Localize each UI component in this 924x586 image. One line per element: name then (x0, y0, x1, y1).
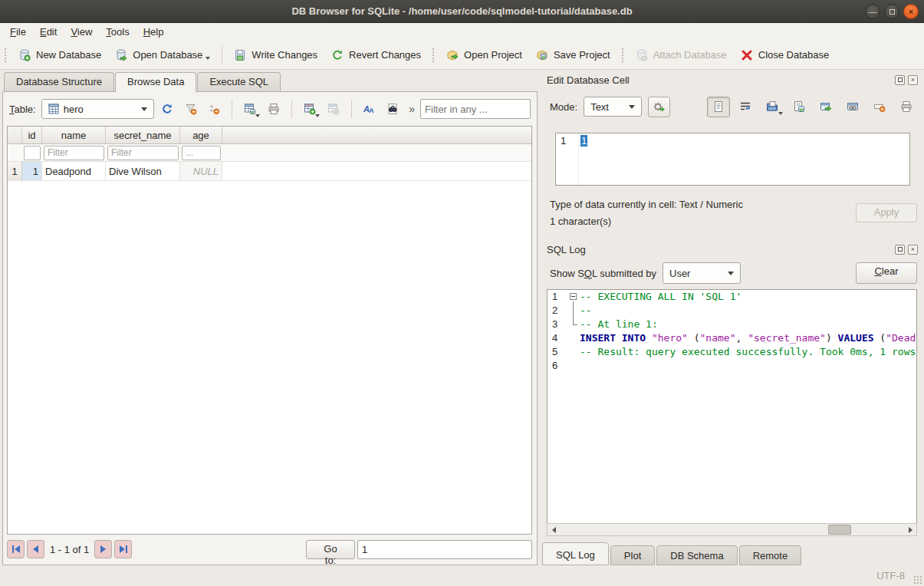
grid-corner[interactable] (8, 127, 22, 143)
open-database-button[interactable]: Open Database (108, 44, 217, 66)
close-database-icon (741, 49, 753, 61)
close-dock-icon[interactable]: × (908, 245, 918, 255)
print-table-button[interactable] (263, 99, 284, 120)
clear-filters-button[interactable] (180, 99, 202, 120)
column-header-secret-name[interactable]: secret_name (106, 127, 180, 143)
delete-record-icon (327, 103, 340, 115)
open-external-button[interactable] (814, 97, 837, 117)
clear-sorting-button[interactable] (203, 99, 225, 120)
new-database-icon (18, 49, 31, 61)
float-dock-icon[interactable] (895, 245, 905, 255)
close-database-button[interactable]: Close Database (734, 44, 837, 66)
save-table-dropdown-caret[interactable] (255, 114, 260, 117)
tab-database-structure[interactable]: Database Structure (4, 72, 114, 91)
toolbar-overflow-chevron[interactable]: » (409, 103, 415, 115)
toolbar-drag-handle[interactable] (4, 48, 8, 63)
clear-log-button[interactable]: Clear (856, 262, 917, 284)
table-select[interactable]: hero (41, 99, 154, 119)
filter-input-secret-name[interactable] (107, 146, 179, 160)
goto-button[interactable]: Go to: (306, 540, 355, 559)
word-wrap-button[interactable] (734, 97, 757, 117)
column-header-name[interactable]: name (42, 127, 106, 143)
import-text-button[interactable] (761, 97, 784, 117)
cell-secret-name[interactable]: Dive Wilson (106, 162, 180, 180)
filter-input-age[interactable] (182, 146, 221, 160)
filter-any-column-input[interactable] (420, 99, 531, 119)
close-button[interactable]: × (903, 4, 919, 19)
tab-execute-sql[interactable]: Execute SQL (197, 72, 281, 91)
column-header-id[interactable]: id (22, 127, 42, 143)
save-project-button[interactable]: Save Project (529, 44, 617, 66)
sql-log-horizontal-scrollbar[interactable] (547, 523, 917, 536)
link-button[interactable] (841, 97, 864, 117)
insert-record-dropdown-caret[interactable] (315, 114, 320, 117)
dock-tab-plot[interactable]: Plot (610, 545, 655, 565)
refresh-button[interactable] (156, 99, 178, 120)
row-number[interactable]: 1 (8, 162, 22, 180)
controls-separator (232, 100, 232, 118)
filter-input-name[interactable] (44, 146, 104, 160)
menu-file[interactable]: File (3, 24, 33, 40)
cell-age[interactable]: NULL (180, 162, 222, 180)
edit-cell-dock-titlebar: Edit Database Cell × (547, 72, 918, 87)
mode-label: Mode: (550, 101, 577, 113)
set-null-button[interactable] (868, 97, 891, 117)
table-row: 1 1 Deadpond Dive Wilson NULL (8, 162, 531, 181)
scroll-left-arrow[interactable] (547, 524, 560, 535)
filter-input-id[interactable] (24, 146, 41, 160)
dock-tab-db-schema[interactable]: DB Schema (656, 545, 737, 565)
menu-help[interactable]: Help (136, 24, 171, 40)
scrollbar-thumb[interactable] (828, 525, 851, 535)
delete-record-button (323, 99, 344, 120)
show-sql-label: Show SQL submitted by (550, 268, 656, 279)
write-changes-button[interactable]: Write Changes (227, 44, 324, 66)
browse-data-frame: Table: hero (2, 91, 538, 565)
cell-name[interactable]: Deadpond (42, 162, 106, 180)
scroll-right-arrow[interactable] (904, 524, 916, 535)
font-settings-button[interactable]: AA (359, 99, 380, 120)
fold-collapse-icon[interactable] (570, 293, 577, 300)
insert-record-button[interactable] (299, 99, 321, 120)
minimize-button[interactable]: — (865, 4, 880, 19)
print-cell-button[interactable] (895, 97, 918, 117)
menu-edit[interactable]: Edit (33, 24, 64, 40)
save-as-button[interactable] (788, 97, 811, 117)
cell-value-editor[interactable]: 1 1 (555, 133, 910, 186)
auto-apply-button[interactable] (648, 97, 670, 117)
resize-grip[interactable] (913, 575, 922, 584)
first-page-button[interactable] (7, 540, 25, 558)
editor-selected-text: 1 (580, 135, 587, 146)
text-document-button[interactable] (707, 97, 730, 117)
menu-tools[interactable]: Tools (99, 24, 136, 40)
sql-source-select[interactable]: User (663, 262, 741, 284)
tab-browse-data[interactable]: Browse Data (115, 72, 196, 92)
mode-select[interactable]: Text (584, 97, 642, 117)
open-database-dropdown-caret[interactable] (206, 57, 210, 60)
open-project-button[interactable]: Open Project (439, 44, 529, 66)
find-button[interactable] (382, 99, 403, 120)
save-table-button[interactable] (239, 99, 261, 120)
close-dock-icon[interactable]: × (908, 75, 918, 85)
last-page-button[interactable] (114, 540, 132, 558)
dock-tab-sql-log[interactable]: SQL Log (542, 542, 609, 565)
menu-view[interactable]: View (64, 24, 99, 40)
refresh-icon (161, 103, 173, 115)
last-page-icon (119, 545, 128, 553)
goto-record-input[interactable] (357, 540, 532, 559)
revert-changes-button[interactable]: Revert Changes (324, 44, 428, 66)
column-header-age[interactable]: age (180, 127, 222, 143)
toolbar-drag-handle[interactable] (621, 48, 625, 63)
previous-page-button[interactable] (27, 540, 44, 558)
new-database-button[interactable]: New Database (12, 44, 108, 66)
cell-id[interactable]: 1 (22, 162, 42, 180)
toolbar-drag-handle[interactable] (432, 48, 436, 63)
next-page-icon (100, 545, 107, 553)
sql-log-view[interactable]: 1-- EXECUTING ALL IN 'SQL 1'2--3-- At li… (547, 289, 917, 536)
import-dropdown-caret[interactable] (778, 112, 783, 115)
float-dock-icon[interactable] (895, 75, 905, 85)
toolbar-separator (222, 46, 222, 64)
dock-tab-remote[interactable]: Remote (739, 545, 802, 565)
maximize-button[interactable] (884, 4, 899, 19)
svg-text:A: A (369, 107, 374, 114)
next-page-button[interactable] (94, 540, 112, 558)
